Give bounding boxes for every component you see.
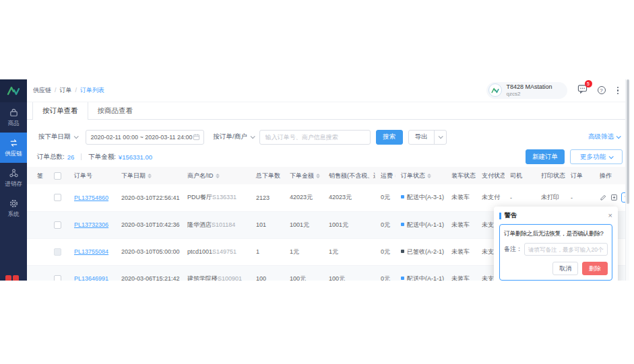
date-filter-select[interactable]: 按下单日期 — [37, 130, 79, 145]
close-icon[interactable]: × — [608, 212, 612, 219]
edit-button[interactable] — [600, 194, 607, 201]
user-menu[interactable]: T8428 MAstation qzcs2 — [486, 82, 567, 98]
status-dot — [401, 277, 404, 280]
inventory-icon — [9, 168, 19, 178]
advanced-filter-link[interactable]: 高级筛选 — [588, 133, 620, 141]
chevron-down-icon — [609, 154, 614, 159]
col-merchant[interactable]: 商户名/ID — [182, 167, 251, 184]
chevron-down-icon — [616, 134, 621, 139]
col-sales[interactable]: 销售额(不含税、运) — [323, 167, 375, 184]
cell-sales: 42023元 — [323, 184, 375, 211]
col-freight[interactable]: 运费 — [375, 167, 395, 184]
vertical-scrollbar[interactable] — [625, 79, 629, 281]
export-dropdown-button[interactable] — [434, 131, 446, 144]
sort-icon[interactable] — [316, 174, 320, 178]
sort-icon[interactable] — [216, 174, 220, 178]
cell-sign — [27, 184, 49, 211]
cell-sign — [27, 265, 49, 281]
app-window: 商品 供应链 进销存 系统 — [0, 79, 629, 281]
status-dot — [401, 250, 404, 253]
cell-merchant: 隆华酒店S101184 — [182, 211, 251, 238]
cell-amount: 42023元 — [284, 184, 323, 211]
cell-freight: 0元 — [375, 265, 395, 281]
col-print: 打印状态? — [536, 167, 565, 184]
popup-body: 订单删除之后无法恢复，是否确认删除? 备注： 取消 删除 — [499, 224, 612, 281]
tab-by-order[interactable]: 按订单查看 — [32, 102, 88, 120]
cell-date: 2020-03-10T05:00:00 — [116, 238, 182, 265]
search-button[interactable]: 搜索 — [376, 130, 403, 145]
more-functions-button[interactable]: 更多功能 — [570, 149, 623, 164]
select-all-checkbox[interactable] — [54, 172, 61, 180]
sort-icon[interactable] — [148, 174, 152, 178]
chevron-down-icon — [438, 134, 443, 139]
cell-status: 配送中(A-1-1) — [395, 211, 446, 238]
sidebar-item-goods[interactable]: 商品 — [0, 102, 27, 133]
order-link[interactable]: PL13755084 — [74, 248, 108, 255]
order-link[interactable]: PL13754860 — [74, 194, 108, 201]
popup-header: 警告 × — [499, 211, 612, 220]
search-input[interactable] — [259, 130, 371, 145]
cell-amount: 1001元 — [284, 211, 323, 238]
order-link[interactable]: PL13732306 — [74, 221, 108, 228]
col-status[interactable]: 订单状态 — [395, 167, 446, 184]
cell-loading: 未装车 — [446, 238, 476, 265]
logo-icon — [7, 86, 20, 96]
status-dot — [401, 223, 404, 226]
order-total-label: 订单总数: — [37, 153, 65, 161]
app-logo[interactable] — [0, 79, 27, 102]
order-link[interactable]: PL13646991 — [74, 275, 108, 281]
topbar: 供应链 订单 订单列表 T8428 MAstation qzcs2 — [27, 79, 629, 102]
messages-button[interactable]: 5 — [577, 84, 588, 96]
cell-qty: 2123 — [251, 184, 284, 211]
breadcrumb-item[interactable]: 订单 — [60, 86, 81, 95]
tab-by-goods[interactable]: 按商品查看 — [88, 102, 143, 119]
cell-qty: 101 — [251, 211, 284, 238]
delete-confirm-popup: 警告 × 订单删除之后无法恢复，是否确认删除? 备注： 取消 删除 — [494, 207, 618, 281]
cell-sales: 100元 — [323, 265, 375, 281]
sort-icon[interactable] — [395, 174, 395, 178]
confirm-delete-button[interactable]: 删除 — [582, 262, 608, 275]
col-amount[interactable]: 下单金额 — [284, 167, 323, 184]
date-range-input[interactable]: 2020-02-11 00:00 ~ 2020-03-11 24:00 — [86, 130, 204, 145]
export-button[interactable]: 导出 — [409, 131, 434, 144]
cell-freight: 0元 — [375, 211, 395, 238]
row-checkbox[interactable] — [54, 194, 61, 201]
sidebar: 商品 供应链 进销存 系统 — [0, 79, 27, 281]
sidebar-item-system[interactable]: 系统 — [0, 193, 27, 223]
col-payment: 支付状态 — [476, 167, 505, 184]
new-order-button[interactable]: 新建订单 — [526, 149, 565, 164]
more-menu-button[interactable] — [616, 86, 621, 96]
user-name: T8428 MAstation — [506, 83, 552, 91]
cancel-button[interactable]: 取消 — [552, 262, 578, 275]
view-tabs: 按订单查看 按商品查看 — [27, 102, 629, 120]
note-row: 备注： — [504, 243, 608, 256]
cell-merchant: 建筑学院楼S100901 — [182, 265, 251, 281]
help-button[interactable]: ? — [598, 86, 606, 94]
gear-icon — [9, 198, 19, 209]
cell-sign — [27, 211, 49, 238]
breadcrumb-item[interactable]: 供应链 — [33, 86, 60, 95]
type-filter-select[interactable]: 按订单/商户 — [212, 130, 255, 145]
sidebar-item-label: 供应链 — [5, 150, 22, 158]
pencil-icon — [600, 194, 607, 201]
table-header-row: 签 订单号 下单日期 商户名/ID 总下单数 下单金额 销售额(不含税、运) 运… — [27, 167, 625, 184]
cell-status: 配送中(A-1-1) — [395, 265, 446, 281]
scrollbar-thumb[interactable] — [627, 79, 629, 204]
cell-sign — [27, 238, 49, 265]
col-date[interactable]: 下单日期 — [116, 167, 182, 184]
cell-status: 已签收(A-2-1) — [395, 238, 446, 265]
sidebar-item-supply-chain[interactable]: 供应链 — [0, 133, 27, 163]
popup-title: 警告 — [505, 211, 517, 220]
row-checkbox[interactable] — [54, 275, 61, 281]
col-order-no: 订单号 — [69, 167, 116, 184]
cell-merchant: PDU餐厅S136331 — [182, 184, 251, 211]
sidebar-item-inventory[interactable]: 进销存 — [0, 163, 27, 193]
row-checkbox[interactable] — [54, 221, 61, 229]
filter-toolbar: 按下单日期 2020-02-11 00:00 ~ 2020-03-11 24:0… — [27, 120, 629, 149]
sort-icon[interactable] — [427, 174, 431, 178]
note-input[interactable] — [524, 243, 608, 256]
col-loading: 装车状态 — [446, 167, 476, 184]
cell-merchant: ptcd1001S149751 — [182, 238, 251, 265]
copy-order-button[interactable] — [610, 194, 618, 201]
cell-status: 配送中(A-3-1) — [395, 184, 446, 211]
